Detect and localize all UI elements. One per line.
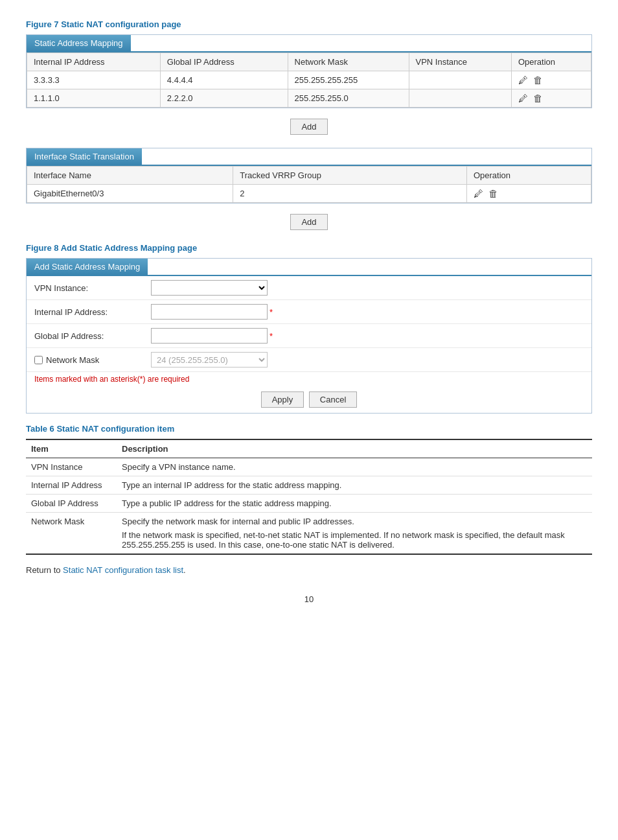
desc-row: Internal IP Address Type an internal IP … [26,476,592,495]
description-table: Item Description VPN Instance Specify a … [26,439,592,555]
cell-internal-ip: 1.1.1.0 [27,89,161,108]
figure7-title: Figure 7 Static NAT configuration page [26,19,592,29]
desc-item-internal: Internal IP Address [26,476,117,495]
global-ip-control: * [151,328,584,344]
internal-ip-row: Internal IP Address: * [27,300,591,324]
interface-static-translation-header: Interface Static Translation [27,148,142,165]
col-interface-name: Interface Name [27,167,233,185]
static-address-mapping-panel: Static Address Mapping Internal IP Addre… [26,34,592,108]
cell-vrrp-group: 2 [233,185,467,203]
edit-icon[interactable]: 🖉 [518,93,528,104]
cell-internal-ip: 3.3.3.3 [27,71,161,89]
global-ip-input[interactable] [151,328,268,344]
desc-item-global: Global IP Address [26,495,117,513]
cell-mask: 255.255.255.255 [288,71,409,89]
desc-row: VPN Instance Specify a VPN instance name… [26,458,592,476]
network-mask-control: 24 (255.255.255.0) [151,352,584,368]
desc-col-item: Item [26,439,117,458]
cell-interface-name: GigabitEthernet0/3 [27,185,233,203]
edit-icon[interactable]: 🖉 [474,188,483,199]
page-number: 10 [26,594,592,604]
internal-ip-required: * [269,307,273,317]
network-mask-select[interactable]: 24 (255.255.255.0) [151,352,268,368]
required-note: Items marked with an asterisk(*) are req… [27,372,591,386]
desc-global-description: Type a public IP address for the static … [117,495,592,513]
global-ip-row: Global IP Address: * [27,324,591,348]
return-link[interactable]: Static NAT configuration task list [63,565,183,575]
delete-icon[interactable]: 🗑 [533,93,543,104]
global-ip-label: Global IP Address: [34,331,151,341]
cell-mask: 255.255.255.0 [288,89,409,108]
add-interface-translation-button[interactable]: Add [290,214,327,230]
add-static-mapping-form-panel: Add Static Address Mapping VPN Instance:… [26,258,592,414]
vpn-instance-select[interactable] [151,280,268,296]
table6-title: Table 6 Static NAT configuration item [26,424,592,434]
desc-item-mask: Network Mask [26,513,117,555]
return-period: . [183,565,186,575]
figure8-title: Figure 8 Add Static Address Mapping page [26,243,592,253]
static-address-mapping-header: Static Address Mapping [27,35,131,51]
desc-vpn-description: Specify a VPN instance name. [117,458,592,476]
table-row: 3.3.3.3 4.4.4.4 255.255.255.255 🖉 🗑 [27,71,591,89]
add-static-mapping-form-header: Add Static Address Mapping [27,259,148,275]
cell-op: 🖉 🗑 [511,89,591,108]
table-row: GigabitEthernet0/3 2 🖉 🗑 [27,185,591,203]
internal-ip-control: * [151,304,584,320]
add-static-mapping-container: Add [26,119,592,135]
desc-row: Network Mask Specify the network mask fo… [26,513,592,555]
cell-global-ip: 4.4.4.4 [160,71,288,89]
cancel-button[interactable]: Cancel [309,391,357,408]
desc-item-vpn: VPN Instance [26,458,117,476]
cell-vpn [409,89,511,108]
col-network-mask: Network Mask [288,53,409,71]
cell-global-ip: 2.2.2.0 [160,89,288,108]
interface-static-translation-panel: Interface Static Translation Interface N… [26,148,592,204]
delete-icon[interactable]: 🗑 [488,188,498,199]
add-interface-translation-container: Add [26,214,592,230]
return-text: Return to [26,565,60,575]
vpn-instance-label: VPN Instance: [34,283,151,293]
internal-ip-label: Internal IP Address: [34,307,151,317]
col-vpn-instance: VPN Instance [409,53,511,71]
col-tracked-vrrp: Tracked VRRP Group [233,167,467,185]
static-address-table: Internal IP Address Global IP Address Ne… [27,52,591,108]
delete-icon[interactable]: 🗑 [533,75,543,86]
col-operation: Operation [511,53,591,71]
desc-row: Global IP Address Type a public IP addre… [26,495,592,513]
network-mask-checkbox[interactable] [34,356,43,364]
cell-vpn [409,71,511,89]
cell-op2: 🖉 🗑 [466,185,591,203]
col-internal-ip: Internal IP Address [27,53,161,71]
col-global-ip: Global IP Address [160,53,288,71]
edit-icon[interactable]: 🖉 [518,75,528,86]
form-actions: Apply Cancel [27,386,591,413]
cell-op: 🖉 🗑 [511,71,591,89]
add-static-mapping-button[interactable]: Add [290,119,327,135]
global-ip-required: * [269,331,273,341]
desc-col-description: Description [117,439,592,458]
table-row: 1.1.1.0 2.2.2.0 255.255.255.0 🖉 🗑 [27,89,591,108]
desc-internal-description: Type an internal IP address for the stat… [117,476,592,495]
vpn-instance-row: VPN Instance: [27,276,591,300]
internal-ip-input[interactable] [151,304,268,320]
vpn-instance-control [151,280,584,296]
network-mask-label: Network Mask [34,355,151,365]
network-mask-text: Network Mask [46,355,99,365]
col-operation2: Operation [466,167,591,185]
return-link-container: Return to Static NAT configuration task … [26,565,592,575]
desc-mask-description: Specify the network mask for internal an… [117,513,592,555]
interface-static-table: Interface Name Tracked VRRP Group Operat… [27,166,591,203]
network-mask-row: Network Mask 24 (255.255.255.0) [27,348,591,372]
apply-button[interactable]: Apply [261,391,304,408]
